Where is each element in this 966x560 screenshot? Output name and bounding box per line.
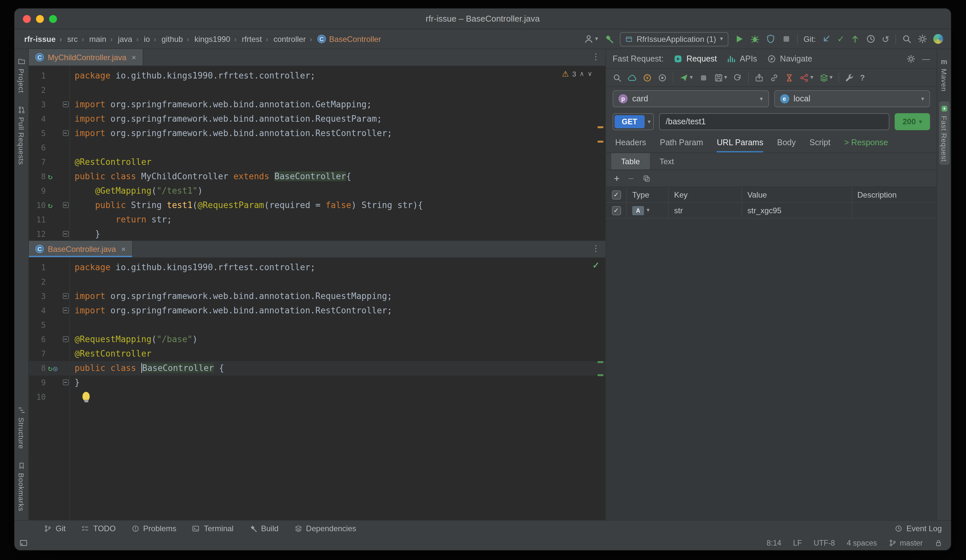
column-header-key[interactable]: Key xyxy=(669,187,742,202)
tab-script[interactable]: Script xyxy=(810,133,831,153)
build-hammer-icon[interactable] xyxy=(604,34,614,44)
code-line[interactable]: 2 xyxy=(29,83,605,97)
code-line[interactable]: 6@RequestMapping("/base") xyxy=(29,332,605,347)
breadcrumb-item[interactable]: kings1990 xyxy=(194,34,241,44)
code-line[interactable]: 8↻public class MyChildController extends… xyxy=(29,169,605,184)
search-icon[interactable] xyxy=(613,73,622,82)
override-marker-icon[interactable]: ↻ xyxy=(48,202,53,209)
toolbar-item-git[interactable]: Git xyxy=(37,524,73,533)
rollback-button[interactable]: ↺ xyxy=(882,34,889,44)
code-line[interactable]: 8↻◎public class BaseController { xyxy=(29,361,605,376)
tab-headers[interactable]: Headers xyxy=(615,133,646,153)
breadcrumb-item[interactable]: java xyxy=(117,34,143,44)
fold-marker-icon[interactable] xyxy=(62,231,68,237)
help-icon[interactable]: ? xyxy=(860,73,865,82)
git-commit-button[interactable]: ✓ xyxy=(838,34,844,44)
profile-ball-icon[interactable] xyxy=(933,34,943,44)
cell-key[interactable]: str xyxy=(669,203,742,218)
remove-row-button[interactable]: − xyxy=(628,173,634,183)
sidebar-item-pull-requests[interactable]: Pull Requests xyxy=(16,103,26,168)
collection-button[interactable]: ▾ xyxy=(819,73,833,82)
sidebar-item-structure[interactable]: Structure xyxy=(16,403,26,452)
git-branch-widget[interactable]: master xyxy=(889,539,923,547)
response-status-badge[interactable]: 200 ▾ xyxy=(895,113,930,130)
fold-marker-icon[interactable] xyxy=(62,336,68,342)
breadcrumb-item[interactable]: main xyxy=(89,34,117,44)
settings-button[interactable] xyxy=(918,34,927,44)
save-button[interactable]: ▾ xyxy=(714,73,727,82)
breadcrumb-item[interactable]: io xyxy=(143,34,161,44)
encoding-indicator[interactable]: UTF-8 xyxy=(813,539,835,547)
code-line[interactable]: 7@RestController xyxy=(29,347,605,361)
sidebar-item-fast-request[interactable]: Fast Request xyxy=(939,102,949,165)
link-icon[interactable] xyxy=(770,73,779,82)
breadcrumb-item[interactable]: src xyxy=(66,34,88,44)
target-icon[interactable] xyxy=(658,73,667,82)
code-line[interactable]: 4import org.springframework.web.bind.ann… xyxy=(29,304,605,318)
code-line[interactable]: 11 return str; xyxy=(29,213,605,227)
code-line[interactable]: 6 xyxy=(29,141,605,155)
code-line[interactable]: 1package io.github.kings1990.rfrtest.con… xyxy=(29,69,605,83)
tab-apis[interactable]: APIs xyxy=(727,54,757,63)
breadcrumb-item[interactable]: controller xyxy=(273,34,317,44)
add-row-button[interactable]: + xyxy=(614,173,620,183)
sidebar-item-maven[interactable]: m Maven xyxy=(939,54,949,95)
tab-request[interactable]: Request xyxy=(674,54,717,63)
next-problem-icon[interactable]: ∨ xyxy=(587,71,592,77)
row-checkbox[interactable] xyxy=(611,206,621,215)
tab-options-icon[interactable]: ⋮ xyxy=(591,244,600,253)
toolbar-item-dependencies[interactable]: Dependencies xyxy=(287,524,363,533)
tab-options-icon[interactable]: ⋮ xyxy=(591,53,600,61)
debug-button[interactable] xyxy=(750,34,759,44)
tab-url-params[interactable]: URL Params xyxy=(717,133,764,153)
code-line[interactable]: 3import org.springframework.web.bind.ann… xyxy=(29,289,605,304)
cell-description[interactable] xyxy=(852,203,936,218)
zoom-window-button[interactable] xyxy=(49,15,57,23)
inspections-widget[interactable]: ⚠ 3 ∧ ∨ xyxy=(562,69,592,79)
line-separator-indicator[interactable]: LF xyxy=(793,539,802,547)
table-row[interactable]: A ▾ str str_xgc95 xyxy=(606,203,936,218)
tab-path-param[interactable]: Path Param xyxy=(660,133,703,153)
breadcrumb-item[interactable]: rfrtest xyxy=(241,34,273,44)
lock-icon[interactable] xyxy=(935,539,943,547)
user-menu[interactable]: ▾ xyxy=(584,34,598,44)
event-log-button[interactable]: Event Log xyxy=(895,524,942,533)
search-everywhere-button[interactable] xyxy=(902,34,912,44)
code-line[interactable]: 10↻ public String test1(@RequestParam(re… xyxy=(29,198,605,213)
fold-marker-icon[interactable] xyxy=(62,293,68,299)
hourglass-icon[interactable] xyxy=(785,73,794,82)
tab-body[interactable]: Body xyxy=(777,133,796,153)
breadcrumb-item[interactable]: github xyxy=(161,34,194,44)
wrench-icon[interactable] xyxy=(845,73,854,82)
stop-icon[interactable] xyxy=(699,73,708,82)
stripe-change-mark[interactable] xyxy=(598,374,603,376)
breadcrumb-item-current[interactable]: C BaseController xyxy=(317,34,385,44)
stripe-warning-mark[interactable] xyxy=(598,126,603,128)
column-header-type[interactable]: Type xyxy=(627,187,669,202)
code-line[interactable]: 4import org.springframework.web.bind.ann… xyxy=(29,112,605,126)
editor-tab-basecontroller[interactable]: C BaseController.java × xyxy=(29,241,133,257)
coverage-button[interactable] xyxy=(766,34,775,44)
project-select[interactable]: p card ▾ xyxy=(613,90,769,107)
stripe-change-mark[interactable] xyxy=(598,361,603,363)
run-button[interactable] xyxy=(734,34,744,44)
code-editor[interactable]: 1package io.github.kings1990.rfrtest.con… xyxy=(29,258,605,520)
breadcrumb-item-project[interactable]: rfr-issue xyxy=(23,34,66,44)
code-line[interactable]: 5 xyxy=(29,318,605,332)
run-config-select[interactable]: RfrIssueApplication (1) ▾ xyxy=(620,32,728,46)
column-header-description[interactable]: Description xyxy=(852,187,936,202)
git-push-button[interactable] xyxy=(851,34,860,44)
column-header-value[interactable]: Value xyxy=(742,187,852,202)
toolbar-item-problems[interactable]: Problems xyxy=(124,524,184,533)
fold-marker-icon[interactable] xyxy=(62,379,68,385)
code-line[interactable]: 1package io.github.kings1990.rfrtest.con… xyxy=(29,260,605,275)
refresh-icon[interactable] xyxy=(733,73,742,82)
caret-position[interactable]: 8:14 xyxy=(767,539,782,547)
override-marker-icon[interactable]: ↻ xyxy=(48,173,53,181)
environment-select[interactable]: e local ▾ xyxy=(774,90,930,107)
share-button[interactable]: ▾ xyxy=(800,73,813,82)
code-line[interactable]: 3import org.springframework.web.bind.ann… xyxy=(29,97,605,112)
implemented-marker-icon[interactable]: ◎ xyxy=(53,365,57,372)
indent-indicator[interactable]: 4 spaces xyxy=(847,539,877,547)
code-editor[interactable]: 1package io.github.kings1990.rfrtest.con… xyxy=(29,66,605,241)
